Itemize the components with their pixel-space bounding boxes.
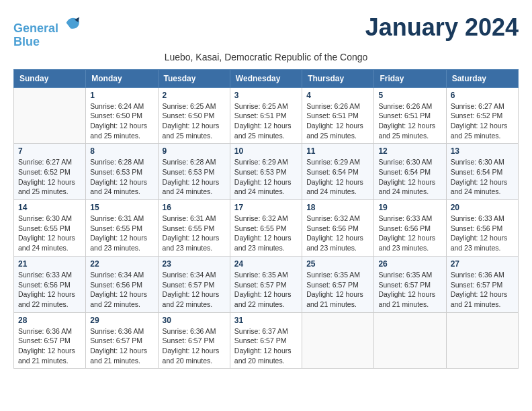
calendar-cell: 11Sunrise: 6:29 AM Sunset: 6:54 PM Dayli…	[302, 144, 374, 200]
calendar-cell	[14, 87, 86, 144]
calendar-cell: 10Sunrise: 6:29 AM Sunset: 6:53 PM Dayli…	[230, 144, 302, 200]
day-number: 29	[90, 316, 153, 325]
calendar-table: SundayMondayTuesdayWednesdayThursdayFrid…	[13, 69, 519, 369]
day-info: Sunrise: 6:29 AM Sunset: 6:54 PM Dayligh…	[306, 157, 369, 197]
calendar-cell: 25Sunrise: 6:35 AM Sunset: 6:57 PM Dayli…	[302, 256, 374, 312]
weekday-header: Wednesday	[230, 69, 302, 87]
calendar-cell: 22Sunrise: 6:34 AM Sunset: 6:56 PM Dayli…	[86, 256, 158, 312]
calendar-cell: 9Sunrise: 6:28 AM Sunset: 6:53 PM Daylig…	[158, 144, 230, 200]
day-info: Sunrise: 6:36 AM Sunset: 6:57 PM Dayligh…	[90, 326, 153, 366]
day-number: 25	[306, 259, 369, 269]
day-info: Sunrise: 6:32 AM Sunset: 6:55 PM Dayligh…	[234, 214, 298, 253]
calendar-week-row: 21Sunrise: 6:33 AM Sunset: 6:56 PM Dayli…	[14, 256, 519, 312]
calendar-cell: 20Sunrise: 6:33 AM Sunset: 6:56 PM Dayli…	[446, 200, 518, 257]
calendar-cell: 7Sunrise: 6:27 AM Sunset: 6:52 PM Daylig…	[14, 144, 86, 200]
day-info: Sunrise: 6:25 AM Sunset: 6:50 PM Dayligh…	[163, 101, 226, 141]
day-info: Sunrise: 6:24 AM Sunset: 6:50 PM Dayligh…	[90, 101, 153, 141]
calendar-cell: 19Sunrise: 6:33 AM Sunset: 6:56 PM Dayli…	[374, 200, 446, 257]
weekday-header: Tuesday	[158, 69, 230, 87]
day-info: Sunrise: 6:30 AM Sunset: 6:55 PM Dayligh…	[18, 214, 81, 253]
day-info: Sunrise: 6:33 AM Sunset: 6:56 PM Dayligh…	[18, 270, 81, 310]
page-container: General Blue January 2024 Luebo, Kasai, …	[13, 13, 519, 369]
calendar-cell: 6Sunrise: 6:27 AM Sunset: 6:52 PM Daylig…	[446, 87, 518, 144]
calendar-cell: 1Sunrise: 6:24 AM Sunset: 6:50 PM Daylig…	[86, 87, 158, 144]
day-number: 31	[234, 316, 298, 325]
logo: General Blue	[13, 13, 82, 49]
day-number: 5	[378, 91, 441, 100]
day-info: Sunrise: 6:36 AM Sunset: 6:57 PM Dayligh…	[451, 270, 514, 310]
calendar-cell: 2Sunrise: 6:25 AM Sunset: 6:50 PM Daylig…	[158, 87, 230, 144]
subtitle: Luebo, Kasai, Democratic Republic of the…	[13, 52, 519, 62]
day-info: Sunrise: 6:35 AM Sunset: 6:57 PM Dayligh…	[378, 270, 441, 310]
calendar-week-row: 28Sunrise: 6:36 AM Sunset: 6:57 PM Dayli…	[14, 312, 519, 369]
day-info: Sunrise: 6:26 AM Sunset: 6:51 PM Dayligh…	[306, 101, 369, 141]
calendar-cell: 21Sunrise: 6:33 AM Sunset: 6:56 PM Dayli…	[14, 256, 86, 312]
day-number: 13	[451, 146, 514, 156]
day-number: 21	[18, 259, 81, 269]
day-info: Sunrise: 6:25 AM Sunset: 6:51 PM Dayligh…	[234, 101, 298, 141]
day-number: 16	[163, 203, 226, 212]
calendar-cell: 23Sunrise: 6:34 AM Sunset: 6:57 PM Dayli…	[158, 256, 230, 312]
day-info: Sunrise: 6:32 AM Sunset: 6:56 PM Dayligh…	[306, 214, 369, 253]
day-number: 27	[451, 259, 514, 269]
day-number: 14	[18, 203, 81, 212]
day-number: 2	[163, 91, 226, 100]
day-info: Sunrise: 6:28 AM Sunset: 6:53 PM Dayligh…	[90, 157, 153, 197]
day-number: 30	[163, 316, 226, 325]
day-info: Sunrise: 6:30 AM Sunset: 6:54 PM Dayligh…	[378, 157, 441, 197]
logo-general: General	[13, 21, 58, 35]
calendar-cell: 5Sunrise: 6:26 AM Sunset: 6:51 PM Daylig…	[374, 87, 446, 144]
weekday-header: Monday	[86, 69, 158, 87]
day-number: 19	[378, 203, 441, 212]
month-title: January 2024	[365, 13, 519, 42]
day-info: Sunrise: 6:34 AM Sunset: 6:56 PM Dayligh…	[90, 270, 153, 310]
day-info: Sunrise: 6:35 AM Sunset: 6:57 PM Dayligh…	[306, 270, 369, 310]
calendar-cell: 12Sunrise: 6:30 AM Sunset: 6:54 PM Dayli…	[374, 144, 446, 200]
calendar-week-row: 14Sunrise: 6:30 AM Sunset: 6:55 PM Dayli…	[14, 200, 519, 257]
logo-text: General	[13, 13, 82, 36]
day-number: 22	[90, 259, 153, 269]
weekday-header: Thursday	[302, 69, 374, 87]
day-number: 8	[90, 146, 153, 156]
day-info: Sunrise: 6:33 AM Sunset: 6:56 PM Dayligh…	[378, 214, 441, 253]
day-info: Sunrise: 6:35 AM Sunset: 6:57 PM Dayligh…	[234, 270, 298, 310]
day-number: 9	[163, 146, 226, 156]
calendar-cell: 4Sunrise: 6:26 AM Sunset: 6:51 PM Daylig…	[302, 87, 374, 144]
day-number: 15	[90, 203, 153, 212]
day-info: Sunrise: 6:31 AM Sunset: 6:55 PM Dayligh…	[90, 214, 153, 253]
day-number: 4	[306, 91, 369, 100]
calendar-cell: 30Sunrise: 6:36 AM Sunset: 6:57 PM Dayli…	[158, 312, 230, 369]
day-info: Sunrise: 6:27 AM Sunset: 6:52 PM Dayligh…	[451, 101, 514, 141]
day-number: 3	[234, 91, 298, 100]
header: General Blue January 2024	[13, 13, 519, 49]
day-info: Sunrise: 6:31 AM Sunset: 6:55 PM Dayligh…	[163, 214, 226, 253]
calendar-cell: 13Sunrise: 6:30 AM Sunset: 6:54 PM Dayli…	[446, 144, 518, 200]
calendar-cell: 8Sunrise: 6:28 AM Sunset: 6:53 PM Daylig…	[86, 144, 158, 200]
calendar-week-row: 1Sunrise: 6:24 AM Sunset: 6:50 PM Daylig…	[14, 87, 519, 144]
day-info: Sunrise: 6:33 AM Sunset: 6:56 PM Dayligh…	[451, 214, 514, 253]
day-info: Sunrise: 6:36 AM Sunset: 6:57 PM Dayligh…	[163, 326, 226, 366]
day-info: Sunrise: 6:37 AM Sunset: 6:57 PM Dayligh…	[234, 326, 298, 366]
day-info: Sunrise: 6:26 AM Sunset: 6:51 PM Dayligh…	[378, 101, 441, 141]
calendar-cell	[374, 312, 446, 369]
day-info: Sunrise: 6:28 AM Sunset: 6:53 PM Dayligh…	[163, 157, 226, 197]
calendar-cell	[302, 312, 374, 369]
day-info: Sunrise: 6:27 AM Sunset: 6:52 PM Dayligh…	[18, 157, 81, 197]
day-info: Sunrise: 6:29 AM Sunset: 6:53 PM Dayligh…	[234, 157, 298, 197]
day-number: 24	[234, 259, 298, 269]
calendar-cell: 27Sunrise: 6:36 AM Sunset: 6:57 PM Dayli…	[446, 256, 518, 312]
day-number: 17	[234, 203, 298, 212]
day-number: 20	[451, 203, 514, 212]
calendar-cell: 17Sunrise: 6:32 AM Sunset: 6:55 PM Dayli…	[230, 200, 302, 257]
calendar-cell	[446, 312, 518, 369]
calendar-cell: 24Sunrise: 6:35 AM Sunset: 6:57 PM Dayli…	[230, 256, 302, 312]
calendar-week-row: 7Sunrise: 6:27 AM Sunset: 6:52 PM Daylig…	[14, 144, 519, 200]
calendar-cell: 14Sunrise: 6:30 AM Sunset: 6:55 PM Dayli…	[14, 200, 86, 257]
logo-blue: Blue	[13, 36, 82, 49]
day-number: 10	[234, 146, 298, 156]
calendar-cell: 28Sunrise: 6:36 AM Sunset: 6:57 PM Dayli…	[14, 312, 86, 369]
calendar-cell: 31Sunrise: 6:37 AM Sunset: 6:57 PM Dayli…	[230, 312, 302, 369]
day-number: 18	[306, 203, 369, 212]
calendar-cell: 29Sunrise: 6:36 AM Sunset: 6:57 PM Dayli…	[86, 312, 158, 369]
day-number: 28	[18, 316, 81, 325]
